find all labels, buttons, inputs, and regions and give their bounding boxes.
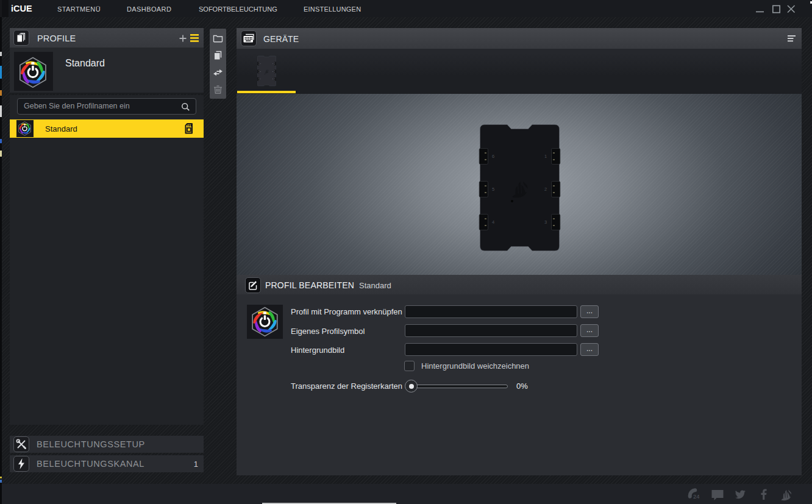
svg-text:24: 24 [693, 493, 700, 500]
